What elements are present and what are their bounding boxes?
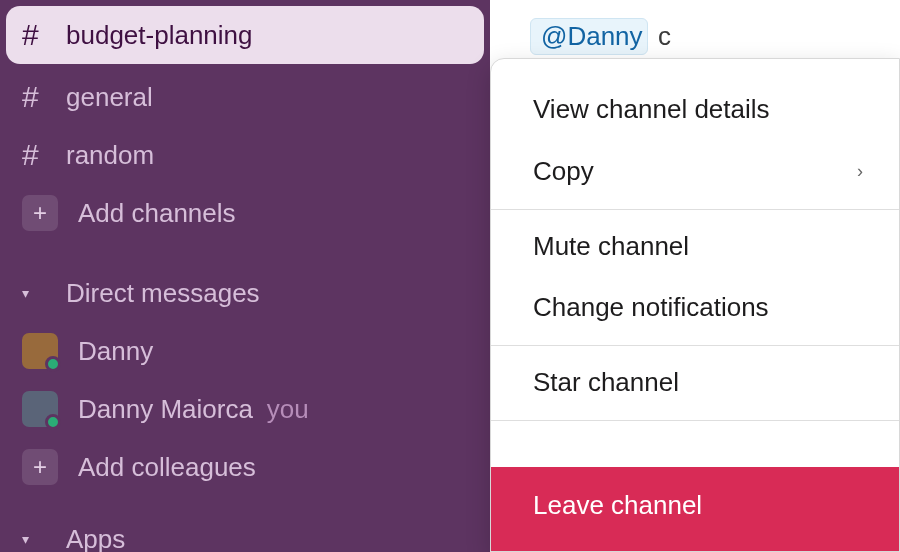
menu-label: View channel details <box>533 93 770 127</box>
apps-section-header[interactable]: ▾ Apps <box>0 510 490 552</box>
avatar <box>22 391 58 427</box>
chevron-right-icon: › <box>857 160 863 183</box>
menu-change-notifications[interactable]: Change notifications <box>491 277 899 339</box>
dm-item-self[interactable]: Danny Maiorca you <box>0 380 490 438</box>
mention-text: @Danny <box>541 21 643 51</box>
plus-icon: + <box>22 449 58 485</box>
channel-item-general[interactable]: # general <box>0 68 490 126</box>
add-colleagues-label: Add colleagues <box>78 452 256 483</box>
menu-separator <box>491 345 899 346</box>
presence-indicator-icon <box>45 414 61 430</box>
dm-section-label: Direct messages <box>66 278 260 309</box>
dm-label: Danny <box>78 336 153 367</box>
menu-label: Copy <box>533 155 594 189</box>
dm-section-header[interactable]: ▾ Direct messages <box>0 264 490 322</box>
mention-link[interactable]: @Danny <box>530 18 648 55</box>
menu-label: Leave channel <box>533 489 702 523</box>
message-continuation: c <box>658 21 671 51</box>
channel-label: random <box>66 140 154 171</box>
menu-star-channel[interactable]: Star channel <box>491 352 899 414</box>
menu-label: Star channel <box>533 366 679 400</box>
apps-section-label: Apps <box>66 524 125 553</box>
channel-label: general <box>66 82 153 113</box>
menu-copy[interactable]: Copy › <box>491 141 899 203</box>
dm-label: Danny Maiorca <box>78 394 253 425</box>
menu-view-channel-details[interactable]: View channel details <box>491 79 899 141</box>
add-channels-button[interactable]: + Add channels <box>0 184 490 242</box>
channel-label: budget-planning <box>66 20 253 51</box>
menu-label: Mute channel <box>533 230 689 264</box>
avatar <box>22 333 58 369</box>
dm-item-danny[interactable]: Danny <box>0 322 490 380</box>
menu-separator <box>491 420 899 421</box>
channel-item-random[interactable]: # random <box>0 126 490 184</box>
hash-icon: # <box>22 18 66 52</box>
plus-icon: + <box>22 195 58 231</box>
channel-item-budget-planning[interactable]: # budget-planning <box>6 6 484 64</box>
caret-down-icon: ▾ <box>22 531 66 547</box>
add-colleagues-button[interactable]: + Add colleagues <box>0 438 490 496</box>
menu-mute-channel[interactable]: Mute channel <box>491 216 899 278</box>
add-channels-label: Add channels <box>78 198 236 229</box>
hash-icon: # <box>22 138 66 172</box>
menu-label: Change notifications <box>533 291 769 325</box>
presence-indicator-icon <box>45 356 61 372</box>
channel-context-menu: View channel details Copy › Mute channel… <box>490 58 900 552</box>
hash-icon: # <box>22 80 66 114</box>
menu-leave-channel[interactable]: Leave channel <box>491 467 899 551</box>
caret-down-icon: ▾ <box>22 285 66 301</box>
you-label: you <box>267 394 309 425</box>
menu-separator <box>491 209 899 210</box>
sidebar: # budget-planning # general # random + A… <box>0 0 490 552</box>
